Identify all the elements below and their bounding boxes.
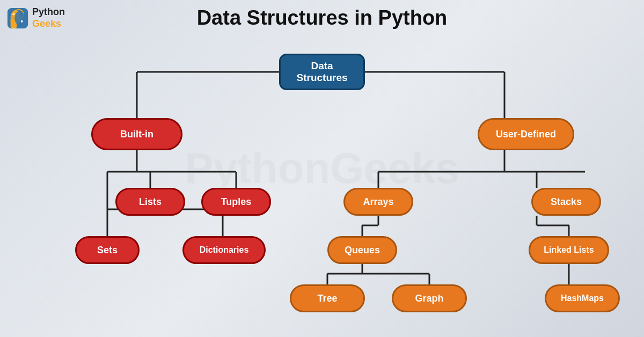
svg-point-7 bbox=[14, 11, 25, 25]
node-userdefined: User-Defined bbox=[478, 118, 574, 150]
diagram: Data Structures Built-in User-Defined Li… bbox=[0, 43, 644, 337]
node-arrays: Arrays bbox=[343, 188, 413, 216]
node-root: Data Structures bbox=[279, 54, 365, 90]
node-queues: Queues bbox=[327, 236, 397, 264]
node-builtin: Built-in bbox=[91, 118, 182, 150]
node-sets: Sets bbox=[75, 236, 140, 264]
node-tree: Tree bbox=[290, 284, 365, 312]
node-linkedlists: Linked Lists bbox=[529, 236, 609, 264]
page-title: Data Structures in Python bbox=[0, 6, 644, 30]
node-tuples: Tuples bbox=[201, 188, 271, 216]
node-lists: Lists bbox=[115, 188, 185, 216]
node-stacks: Stacks bbox=[531, 188, 601, 216]
svg-point-9 bbox=[21, 20, 23, 22]
logo-text: Python Geeks bbox=[32, 6, 65, 30]
logo: Python Geeks bbox=[6, 6, 65, 30]
node-dicts: Dictionaries bbox=[182, 236, 266, 264]
node-hashmaps: HashMaps bbox=[545, 284, 620, 312]
svg-point-8 bbox=[12, 13, 14, 15]
node-graph: Graph bbox=[392, 284, 467, 312]
